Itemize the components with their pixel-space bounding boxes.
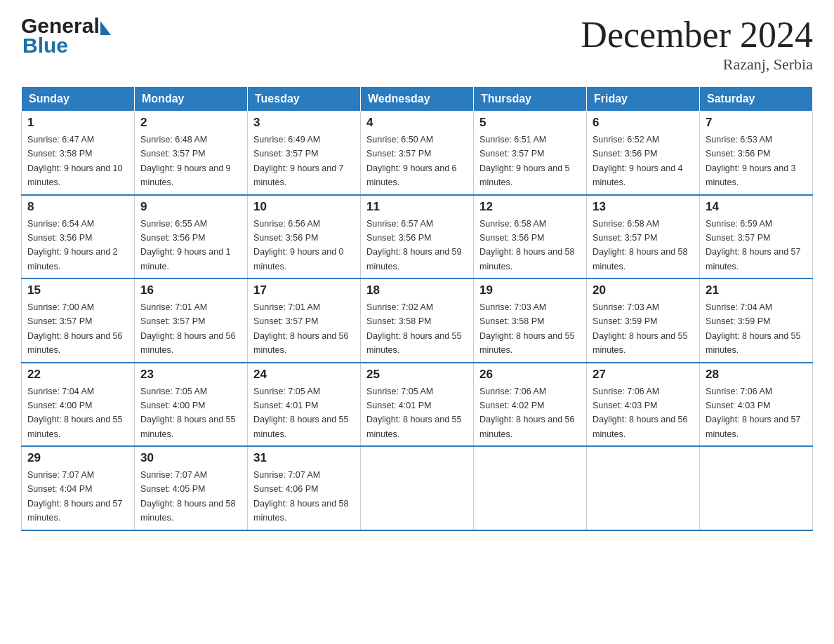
calendar-cell — [361, 446, 474, 530]
day-number: 5 — [479, 116, 581, 130]
weekday-header-tuesday: Tuesday — [248, 87, 361, 112]
calendar-cell: 30 Sunrise: 7:07 AMSunset: 4:05 PMDaylig… — [135, 446, 248, 530]
day-info: Sunrise: 7:07 AMSunset: 4:06 PMDaylight:… — [253, 470, 349, 523]
calendar-week-row: 15 Sunrise: 7:00 AMSunset: 3:57 PMDaylig… — [22, 279, 813, 363]
day-number: 4 — [366, 116, 468, 130]
day-number: 23 — [140, 368, 241, 382]
day-number: 9 — [140, 200, 241, 214]
day-info: Sunrise: 7:03 AMSunset: 3:58 PMDaylight:… — [479, 302, 575, 355]
day-number: 3 — [253, 116, 355, 130]
calendar-cell: 2 Sunrise: 6:48 AMSunset: 3:57 PMDayligh… — [135, 112, 248, 195]
day-number: 21 — [706, 283, 807, 297]
weekday-header-saturday: Saturday — [700, 87, 813, 112]
day-info: Sunrise: 6:59 AMSunset: 3:57 PMDaylight:… — [706, 219, 801, 271]
calendar-cell: 22 Sunrise: 7:04 AMSunset: 4:00 PMDaylig… — [22, 363, 135, 447]
logo-blue-text: Blue — [22, 34, 111, 58]
calendar-table: SundayMondayTuesdayWednesdayThursdayFrid… — [21, 86, 813, 531]
day-info: Sunrise: 7:06 AMSunset: 4:03 PMDaylight:… — [706, 387, 801, 439]
day-number: 26 — [479, 368, 581, 382]
calendar-cell: 27 Sunrise: 7:06 AMSunset: 4:03 PMDaylig… — [587, 363, 700, 447]
day-number: 15 — [27, 283, 128, 297]
calendar-week-row: 1 Sunrise: 6:47 AMSunset: 3:58 PMDayligh… — [22, 112, 813, 195]
logo-arrow-icon — [100, 21, 111, 35]
calendar-cell: 9 Sunrise: 6:55 AMSunset: 3:56 PMDayligh… — [135, 195, 248, 279]
calendar-cell: 25 Sunrise: 7:05 AMSunset: 4:01 PMDaylig… — [361, 363, 474, 447]
calendar-cell: 16 Sunrise: 7:01 AMSunset: 3:57 PMDaylig… — [135, 279, 248, 363]
day-info: Sunrise: 7:05 AMSunset: 4:01 PMDaylight:… — [366, 387, 462, 439]
day-number: 6 — [593, 116, 694, 130]
day-info: Sunrise: 6:50 AMSunset: 3:57 PMDaylight:… — [366, 135, 457, 187]
day-info: Sunrise: 6:58 AMSunset: 3:57 PMDaylight:… — [593, 219, 688, 271]
day-info: Sunrise: 6:58 AMSunset: 3:56 PMDaylight:… — [479, 219, 575, 271]
calendar-cell: 5 Sunrise: 6:51 AMSunset: 3:57 PMDayligh… — [474, 112, 587, 195]
day-number: 29 — [27, 451, 128, 465]
calendar-subtitle: Razanj, Serbia — [581, 55, 813, 74]
day-number: 11 — [366, 200, 468, 214]
title-block: December 2024 Razanj, Serbia — [581, 14, 813, 74]
day-number: 24 — [253, 368, 355, 382]
day-info: Sunrise: 7:00 AMSunset: 3:57 PMDaylight:… — [27, 302, 123, 355]
calendar-cell: 8 Sunrise: 6:54 AMSunset: 3:56 PMDayligh… — [22, 195, 135, 279]
day-number: 31 — [253, 451, 355, 465]
day-info: Sunrise: 6:53 AMSunset: 3:56 PMDaylight:… — [706, 135, 796, 187]
day-number: 17 — [253, 283, 355, 297]
day-info: Sunrise: 6:52 AMSunset: 3:56 PMDaylight:… — [593, 135, 683, 187]
calendar-cell: 6 Sunrise: 6:52 AMSunset: 3:56 PMDayligh… — [587, 112, 700, 195]
day-number: 13 — [593, 200, 694, 214]
page-header: General Blue December 2024 Razanj, Serbi… — [21, 14, 813, 74]
calendar-cell: 29 Sunrise: 7:07 AMSunset: 4:04 PMDaylig… — [22, 446, 135, 530]
weekday-header-monday: Monday — [135, 87, 248, 112]
day-info: Sunrise: 7:07 AMSunset: 4:05 PMDaylight:… — [140, 470, 236, 523]
calendar-title: December 2024 — [581, 14, 813, 55]
day-info: Sunrise: 6:48 AMSunset: 3:57 PMDaylight:… — [140, 135, 231, 187]
calendar-cell: 24 Sunrise: 7:05 AMSunset: 4:01 PMDaylig… — [248, 363, 361, 447]
day-info: Sunrise: 6:55 AMSunset: 3:56 PMDaylight:… — [140, 219, 231, 271]
day-info: Sunrise: 6:51 AMSunset: 3:57 PMDaylight:… — [479, 135, 570, 187]
calendar-cell: 12 Sunrise: 6:58 AMSunset: 3:56 PMDaylig… — [474, 195, 587, 279]
calendar-cell — [587, 446, 700, 530]
calendar-cell: 7 Sunrise: 6:53 AMSunset: 3:56 PMDayligh… — [700, 112, 813, 195]
day-number: 16 — [140, 283, 241, 297]
calendar-cell: 23 Sunrise: 7:05 AMSunset: 4:00 PMDaylig… — [135, 363, 248, 447]
day-number: 7 — [706, 116, 807, 130]
day-info: Sunrise: 7:01 AMSunset: 3:57 PMDaylight:… — [253, 302, 349, 355]
day-info: Sunrise: 7:06 AMSunset: 4:02 PMDaylight:… — [479, 387, 575, 439]
day-info: Sunrise: 7:03 AMSunset: 3:59 PMDaylight:… — [593, 302, 688, 355]
day-info: Sunrise: 6:54 AMSunset: 3:56 PMDaylight:… — [27, 219, 118, 271]
weekday-header-row: SundayMondayTuesdayWednesdayThursdayFrid… — [22, 87, 813, 112]
calendar-cell: 21 Sunrise: 7:04 AMSunset: 3:59 PMDaylig… — [700, 279, 813, 363]
calendar-cell: 28 Sunrise: 7:06 AMSunset: 4:03 PMDaylig… — [700, 363, 813, 447]
calendar-cell: 31 Sunrise: 7:07 AMSunset: 4:06 PMDaylig… — [248, 446, 361, 530]
calendar-cell: 15 Sunrise: 7:00 AMSunset: 3:57 PMDaylig… — [22, 279, 135, 363]
day-info: Sunrise: 6:49 AMSunset: 3:57 PMDaylight:… — [253, 135, 344, 187]
logo: General Blue — [21, 14, 111, 58]
day-number: 1 — [27, 116, 128, 130]
day-number: 18 — [366, 283, 468, 297]
day-number: 22 — [27, 368, 128, 382]
weekday-header-thursday: Thursday — [474, 87, 587, 112]
day-number: 20 — [593, 283, 694, 297]
calendar-cell: 10 Sunrise: 6:56 AMSunset: 3:56 PMDaylig… — [248, 195, 361, 279]
day-info: Sunrise: 7:04 AMSunset: 4:00 PMDaylight:… — [27, 387, 123, 439]
day-info: Sunrise: 7:04 AMSunset: 3:59 PMDaylight:… — [706, 302, 801, 355]
day-number: 12 — [479, 200, 581, 214]
calendar-cell: 26 Sunrise: 7:06 AMSunset: 4:02 PMDaylig… — [474, 363, 587, 447]
day-info: Sunrise: 7:01 AMSunset: 3:57 PMDaylight:… — [140, 302, 236, 355]
day-number: 25 — [366, 368, 468, 382]
weekday-header-sunday: Sunday — [22, 87, 135, 112]
day-number: 19 — [479, 283, 581, 297]
day-number: 8 — [27, 200, 128, 214]
calendar-cell — [700, 446, 813, 530]
calendar-cell: 13 Sunrise: 6:58 AMSunset: 3:57 PMDaylig… — [587, 195, 700, 279]
calendar-week-row: 8 Sunrise: 6:54 AMSunset: 3:56 PMDayligh… — [22, 195, 813, 279]
weekday-header-friday: Friday — [587, 87, 700, 112]
day-number: 14 — [706, 200, 807, 214]
calendar-cell: 11 Sunrise: 6:57 AMSunset: 3:56 PMDaylig… — [361, 195, 474, 279]
calendar-week-row: 29 Sunrise: 7:07 AMSunset: 4:04 PMDaylig… — [22, 446, 813, 530]
calendar-cell — [474, 446, 587, 530]
day-info: Sunrise: 7:06 AMSunset: 4:03 PMDaylight:… — [593, 387, 688, 439]
weekday-header-wednesday: Wednesday — [361, 87, 474, 112]
day-number: 10 — [253, 200, 355, 214]
day-info: Sunrise: 7:02 AMSunset: 3:58 PMDaylight:… — [366, 302, 462, 355]
day-number: 28 — [706, 368, 807, 382]
